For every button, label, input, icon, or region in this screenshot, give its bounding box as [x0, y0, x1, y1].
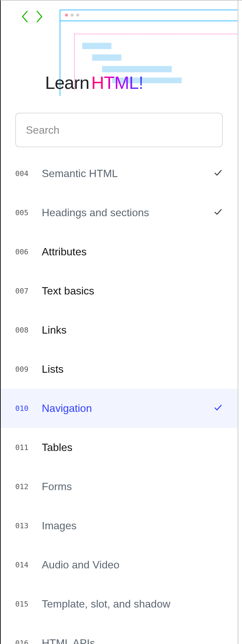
toc-item[interactable]: 005Headings and sections — [1, 193, 237, 232]
toc-item-label: Images — [42, 519, 223, 532]
toc-item-number: 007 — [15, 287, 42, 295]
toc-item[interactable]: 010Navigation — [1, 389, 237, 428]
toc-item[interactable]: 012Forms — [1, 467, 237, 506]
toc-item-number: 014 — [15, 561, 42, 569]
course-title: LearnHTML! — [45, 72, 143, 93]
toc-item-label: Headings and sections — [42, 206, 213, 219]
toc-item[interactable]: 013Images — [1, 506, 237, 545]
toc-item[interactable]: 004Semantic HTML — [1, 154, 237, 193]
toc-item-label: Audio and Video — [42, 558, 223, 571]
toc-item-label: Template, slot, and shadow — [42, 598, 223, 610]
toc-item-label: Text basics — [42, 285, 223, 297]
toc-item-number: 010 — [15, 404, 42, 413]
history-forward-icon[interactable] — [34, 10, 44, 25]
check-icon — [213, 403, 223, 414]
toc-item-label: Forms — [42, 480, 223, 493]
toc-item-label: Semantic HTML — [42, 167, 213, 180]
search-input[interactable] — [15, 113, 223, 147]
toc-item[interactable]: 009Lists — [1, 350, 237, 389]
toc-item-number: 013 — [15, 522, 42, 530]
toc-item-number: 012 — [15, 483, 42, 491]
toc-item[interactable]: 011Tables — [1, 428, 237, 467]
check-icon — [213, 207, 223, 218]
toc-item-label: Navigation — [42, 402, 213, 415]
window-controls-icon — [60, 10, 237, 20]
toc-item[interactable]: 014Audio and Video — [1, 545, 237, 584]
toc-item-number: 004 — [15, 169, 42, 178]
toc-item-label: Attributes — [42, 245, 223, 258]
toc-item-number: 016 — [15, 639, 42, 644]
toc-item[interactable]: 016HTML APIs — [1, 623, 237, 644]
toc-item-number: 006 — [15, 248, 42, 256]
toc-item[interactable]: 008Links — [1, 310, 237, 350]
table-of-contents: 004Semantic HTML005Headings and sections… — [1, 154, 237, 644]
toc-item[interactable]: 015Template, slot, and shadow — [1, 584, 237, 623]
history-back-icon[interactable] — [21, 10, 30, 25]
check-icon — [213, 168, 223, 179]
toc-item-label: Tables — [42, 441, 223, 454]
toc-item-number: 011 — [15, 443, 42, 452]
toc-item-label: Lists — [42, 363, 223, 375]
toc-item-number: 009 — [15, 365, 42, 373]
course-title-prefix: Learn — [45, 73, 89, 93]
hero-illustration: LearnHTML! — [1, 1, 237, 97]
toc-item-label: HTML APIs — [42, 637, 223, 644]
toc-item-label: Links — [42, 324, 223, 336]
toc-item[interactable]: 007Text basics — [1, 271, 237, 310]
course-sidebar: LearnHTML! 004Semantic HTML005Headings a… — [1, 1, 239, 644]
toc-item[interactable]: 006Attributes — [1, 232, 237, 271]
toc-item-number: 005 — [15, 209, 42, 217]
toc-item-number: 008 — [15, 326, 42, 334]
toc-item-number: 015 — [15, 600, 42, 608]
course-title-accent: HTML! — [91, 73, 143, 93]
